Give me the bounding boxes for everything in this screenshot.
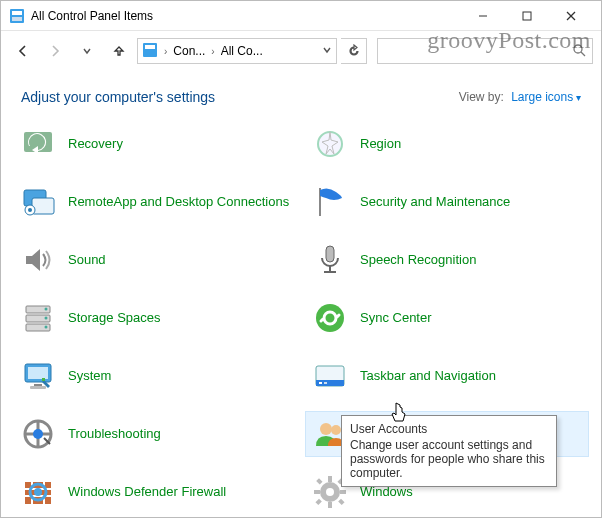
svg-point-37 <box>33 429 43 439</box>
view-by-label: View by: <box>459 90 504 104</box>
item-label: Sync Center <box>360 310 432 326</box>
svg-point-24 <box>45 317 48 320</box>
item-label: Speech Recognition <box>360 252 476 268</box>
firewall-icon <box>20 474 56 510</box>
troubleshooting-icon <box>20 416 56 452</box>
system-icon <box>20 358 56 394</box>
item-label: Region <box>360 136 401 152</box>
item-region[interactable]: Region <box>305 121 589 167</box>
svg-point-59 <box>326 488 334 496</box>
remoteapp-icon <box>20 184 56 220</box>
svg-rect-2 <box>12 17 22 21</box>
navbar: › Con... › All Co... <box>1 31 601 71</box>
svg-rect-55 <box>316 478 322 484</box>
svg-line-10 <box>581 52 585 56</box>
minimize-button[interactable] <box>461 2 505 30</box>
item-speech-recognition[interactable]: Speech Recognition <box>305 237 589 283</box>
item-windows-defender-firewall[interactable]: Windows Defender Firewall <box>13 469 297 515</box>
breadcrumb-crumb-control-panel[interactable]: Con... <box>173 44 205 58</box>
up-button[interactable] <box>105 37 133 65</box>
microphone-icon <box>312 242 348 278</box>
refresh-button[interactable] <box>341 38 367 64</box>
item-sound[interactable]: Sound <box>13 237 297 283</box>
breadcrumb[interactable]: › Con... › All Co... <box>137 38 337 64</box>
control-panel-crumb-icon <box>142 42 158 61</box>
svg-rect-54 <box>340 490 346 494</box>
svg-point-9 <box>574 45 582 53</box>
item-taskbar-navigation[interactable]: Taskbar and Navigation <box>305 353 589 399</box>
item-recovery[interactable]: Recovery <box>13 121 297 167</box>
item-troubleshooting[interactable]: Troubleshooting <box>13 411 297 457</box>
sync-icon <box>312 300 348 336</box>
back-button[interactable] <box>9 37 37 65</box>
svg-rect-35 <box>324 382 327 384</box>
tooltip-body: Change user account settings and passwor… <box>350 438 548 480</box>
chevron-right-icon: › <box>209 46 216 57</box>
svg-point-39 <box>331 425 341 435</box>
breadcrumb-crumb-all-items[interactable]: All Co... <box>221 44 263 58</box>
recovery-icon <box>20 126 56 162</box>
svg-point-25 <box>45 326 48 329</box>
tooltip-title: User Accounts <box>350 422 548 436</box>
heading-row: Adjust your computer's settings View by:… <box>1 71 601 117</box>
svg-rect-31 <box>42 378 45 381</box>
taskbar-icon <box>312 358 348 394</box>
item-label: Taskbar and Navigation <box>360 368 496 384</box>
item-remoteapp[interactable]: RemoteApp and Desktop Connections <box>13 179 297 225</box>
svg-rect-58 <box>315 499 321 505</box>
svg-rect-28 <box>28 367 48 379</box>
svg-point-38 <box>320 423 332 435</box>
svg-rect-53 <box>314 490 320 494</box>
window-title: All Control Panel Items <box>31 9 153 23</box>
svg-rect-29 <box>34 384 42 386</box>
item-label: Sound <box>68 252 106 268</box>
svg-rect-8 <box>145 45 155 49</box>
item-label: Troubleshooting <box>68 426 161 442</box>
forward-button[interactable] <box>41 37 69 65</box>
storage-spaces-icon <box>20 300 56 336</box>
region-icon <box>312 126 348 162</box>
item-storage-spaces[interactable]: Storage Spaces <box>13 295 297 341</box>
svg-rect-17 <box>326 246 334 262</box>
svg-rect-56 <box>338 499 344 505</box>
svg-rect-14 <box>32 198 54 214</box>
item-label: System <box>68 368 111 384</box>
link-cursor-icon <box>389 401 409 428</box>
recent-locations-dropdown[interactable] <box>73 37 101 65</box>
svg-rect-52 <box>328 502 332 508</box>
item-label: Storage Spaces <box>68 310 161 326</box>
item-label: RemoteApp and Desktop Connections <box>68 194 289 210</box>
chevron-right-icon: › <box>162 46 169 57</box>
control-panel-app-icon <box>9 8 25 24</box>
search-input[interactable] <box>377 38 593 64</box>
item-label: Security and Maintenance <box>360 194 510 210</box>
view-by: View by: Large icons <box>459 90 581 104</box>
view-by-dropdown[interactable]: Large icons <box>511 90 581 104</box>
svg-point-26 <box>316 304 344 332</box>
search-icon <box>572 43 586 60</box>
close-button[interactable] <box>549 2 593 30</box>
svg-rect-51 <box>328 476 332 482</box>
breadcrumb-dropdown-icon[interactable] <box>322 44 332 58</box>
item-system[interactable]: System <box>13 353 297 399</box>
item-sync-center[interactable]: Sync Center <box>305 295 589 341</box>
maximize-button[interactable] <box>505 2 549 30</box>
item-label: Windows Defender Firewall <box>68 484 226 500</box>
svg-rect-34 <box>319 382 322 384</box>
sound-icon <box>20 242 56 278</box>
svg-rect-30 <box>30 386 46 389</box>
svg-point-16 <box>28 208 32 212</box>
page-heading: Adjust your computer's settings <box>21 89 215 105</box>
item-label: Recovery <box>68 136 123 152</box>
svg-point-23 <box>45 308 48 311</box>
security-flag-icon <box>312 184 348 220</box>
svg-rect-4 <box>523 12 531 20</box>
svg-point-49 <box>34 488 42 496</box>
item-security-maintenance[interactable]: Security and Maintenance <box>305 179 589 225</box>
titlebar: All Control Panel Items <box>1 1 601 31</box>
tooltip: User Accounts Change user account settin… <box>341 415 557 487</box>
svg-rect-1 <box>12 11 22 15</box>
